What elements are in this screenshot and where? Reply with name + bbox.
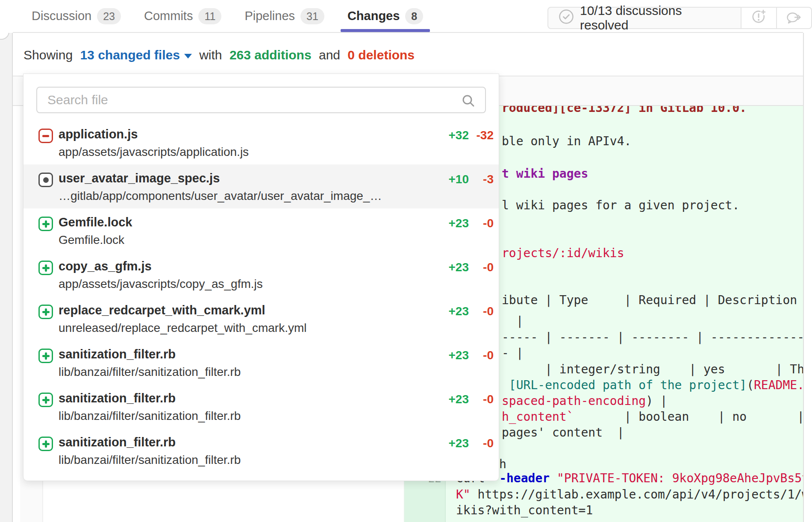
changed-files-list: application.js app/assets/javascripts/ap… xyxy=(24,120,499,472)
additions-count: 263 additions xyxy=(229,48,312,62)
lines-added: +23 xyxy=(433,349,469,362)
lines-removed: -0 xyxy=(469,261,494,274)
file-added-icon xyxy=(38,305,53,319)
file-row-sanitization-filter-rb[interactable]: sanitization_filter.rb lib/banzai/filter… xyxy=(24,340,499,384)
file-row-sanitization-filter-rb[interactable]: sanitization_filter.rb lib/banzai/filter… xyxy=(24,384,499,428)
file-modified-icon xyxy=(38,173,53,187)
changed-files-dropdown-panel: application.js app/assets/javascripts/ap… xyxy=(23,73,499,481)
tab-commits[interactable]: Commits 11 xyxy=(144,0,221,32)
deletions-count: 0 deletions xyxy=(347,48,415,62)
diff-code-line: t wiki pages xyxy=(502,167,588,180)
file-row-replace-redcarpet-with-cmark-yml[interactable]: replace_redcarpet_with_cmark.yml unrelea… xyxy=(24,296,499,340)
tabs: Discussion 23 Commits 11 Pipelines 31 Ch… xyxy=(32,0,423,32)
tab-count-badge: 11 xyxy=(198,8,221,24)
lines-added: +23 xyxy=(433,305,469,318)
file-row-user-avatar-image-spec-js[interactable]: user_avatar_image_spec.js …gitlab/app/co… xyxy=(24,164,499,208)
diff-code-line: ikis?with_content=1 xyxy=(456,504,593,517)
file-stats: +23 -0 xyxy=(433,215,494,230)
file-row-sanitization-filter-rb[interactable]: sanitization_filter.rb lib/banzai/filter… xyxy=(24,428,499,472)
lines-removed: -0 xyxy=(469,349,494,362)
showing-middle: with xyxy=(196,48,226,62)
file-stats: +23 -0 xyxy=(433,347,494,362)
file-name: Gemfile.lock xyxy=(59,215,132,229)
changed-files-count: 13 changed files xyxy=(80,48,179,62)
lines-added: +23 xyxy=(433,437,469,450)
diff-code-line: curl --header "PRIVATE-TOKEN: 9koXpg98eA… xyxy=(456,472,803,485)
discussions-resolved-label: 10/13 discussions resolved xyxy=(580,3,730,32)
lines-removed: -0 xyxy=(469,437,494,450)
file-path: lib/banzai/filter/sanitization_filter.rb xyxy=(59,409,241,423)
lines-removed: -0 xyxy=(469,393,494,406)
diff-code-line: - | xyxy=(502,347,524,360)
showing-prefix: Showing xyxy=(24,48,76,62)
tab-count-badge: 23 xyxy=(97,8,121,24)
file-path: app/assets/javascripts/application.js xyxy=(59,145,249,159)
file-stats: +23 -0 xyxy=(433,435,494,450)
merge-request-tab-bar: Discussion 23 Commits 11 Pipelines 31 Ch… xyxy=(0,0,812,33)
diff-code-line: roduced][ce-13372] in GitLab 10.0. xyxy=(502,106,747,114)
file-name: sanitization_filter.rb xyxy=(59,435,241,449)
file-path: …gitlab/app/components/user_avatar/user_… xyxy=(59,189,383,203)
lines-added: +23 xyxy=(433,217,469,230)
diff-stats-summary: Showing 13 changed files with 263 additi… xyxy=(24,48,415,62)
file-row-application-js[interactable]: application.js app/assets/javascripts/ap… xyxy=(24,120,499,164)
file-added-icon xyxy=(38,349,53,363)
file-added-icon xyxy=(38,217,53,231)
lines-added: +10 xyxy=(433,173,469,186)
lines-removed: -0 xyxy=(469,217,494,230)
discussions-resolved-status: 10/13 discussions resolved xyxy=(547,7,741,29)
tab-label: Commits xyxy=(144,9,193,23)
diff-code-line: | integer/string | yes | The xyxy=(502,363,803,376)
diff-code-line: | xyxy=(502,315,524,328)
comment-next-icon xyxy=(785,8,803,28)
file-added-icon xyxy=(38,437,53,451)
resolve-in-new-issue-button[interactable] xyxy=(741,7,777,29)
diff-code-line: K" https://gitlab.example.com/api/v4/pro… xyxy=(456,488,803,501)
left-page-edge-strip xyxy=(0,0,13,522)
diff-code-line: h xyxy=(499,458,506,471)
right-scroll-gutter xyxy=(804,0,812,522)
file-stats: +23 -0 xyxy=(433,303,494,318)
file-deleted-icon xyxy=(38,129,53,143)
file-name: replace_redcarpet_with_cmark.yml xyxy=(59,303,307,317)
file-stats: +23 -0 xyxy=(433,391,494,406)
diff-code-line: ----- | ------- | -------- | -----------… xyxy=(502,331,803,344)
diff-code-line: h_content` | boolean | no | In xyxy=(502,411,803,423)
tab-label: Pipelines xyxy=(244,9,295,23)
changed-files-dropdown-toggle[interactable]: 13 changed files xyxy=(80,48,191,62)
jump-to-next-discussion-button[interactable] xyxy=(777,7,812,29)
diff-code-line: l wiki pages for a given project. xyxy=(502,199,739,212)
lines-removed: -3 xyxy=(469,173,494,186)
diff-code-line: ble only in APIv4. xyxy=(502,135,631,148)
file-added-icon xyxy=(38,261,53,275)
file-stats: +32 -32 xyxy=(433,127,494,142)
file-name: user_avatar_image_spec.js xyxy=(59,171,383,185)
diff-code-line: spaced-path-encoding) | xyxy=(502,395,668,408)
search-input[interactable] xyxy=(37,93,485,107)
file-path: lib/banzai/filter/sanitization_filter.rb xyxy=(59,365,241,379)
file-added-icon xyxy=(38,393,53,407)
tab-changes[interactable]: Changes 8 xyxy=(347,0,423,32)
lines-added: +23 xyxy=(433,261,469,274)
check-circle-icon xyxy=(559,9,574,27)
file-row-copy-as-gfm-js[interactable]: copy_as_gfm.js app/assets/javascripts/co… xyxy=(24,252,499,296)
file-path: app/assets/javascripts/copy_as_gfm.js xyxy=(59,277,263,291)
showing-and: and xyxy=(315,48,344,62)
file-name: copy_as_gfm.js xyxy=(59,259,263,273)
lines-added: +32 xyxy=(433,129,469,142)
file-path: Gemfile.lock xyxy=(59,233,132,247)
lines-removed: -32 xyxy=(469,129,494,142)
diff-code-line: pages' content | xyxy=(502,426,624,439)
merge-request-changes-page: roduced][ce-13372] in GitLab 10.0.ble on… xyxy=(0,0,812,522)
file-stats: +10 -3 xyxy=(433,171,494,186)
diff-code-line: [URL-encoded path of the project](README… xyxy=(502,379,803,392)
file-search-box xyxy=(36,87,486,113)
lines-added: +23 xyxy=(433,393,469,406)
file-row-gemfile-lock[interactable]: Gemfile.lock Gemfile.lock +23 -0 xyxy=(24,208,499,252)
file-name: sanitization_filter.rb xyxy=(59,347,241,361)
tab-pipelines[interactable]: Pipelines 31 xyxy=(244,0,324,32)
file-name: application.js xyxy=(59,127,249,141)
tab-discussion[interactable]: Discussion 23 xyxy=(32,0,121,32)
diff-code-line: rojects/:id/wikis xyxy=(502,247,624,260)
discussions-resolved-group: 10/13 discussions resolved xyxy=(547,7,812,29)
